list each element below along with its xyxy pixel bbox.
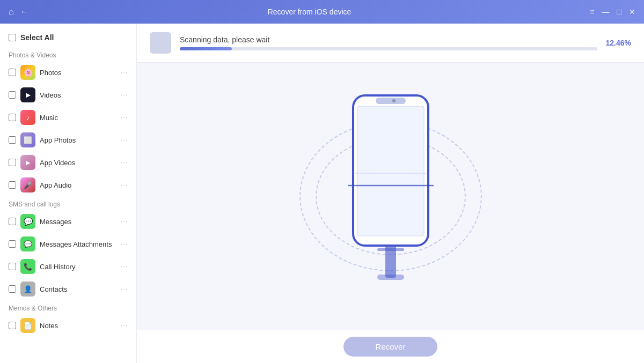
sidebar-item-msg-attach[interactable]: 💬 Messages Attachments ··· [0,233,136,255]
svg-rect-5 [385,246,396,278]
progress-bar-fill [180,47,232,50]
sidebar: Select All Photos & Videos 🌸 Photos ··· … [0,24,137,363]
notes-icon: 📄 [20,318,35,333]
menu-icon[interactable]: ≡ [590,8,594,16]
photos-label: Photos [40,69,116,77]
content-area: Scanning data, please wait 12.46% [137,24,644,363]
phone-illustration [321,89,460,303]
titlebar-controls: ≡ — □ ✕ [590,8,635,16]
checkbox-music[interactable] [9,114,16,121]
music-dots[interactable]: ··· [121,114,128,121]
scan-thumbnail [150,32,171,54]
sidebar-item-app-photos[interactable]: ⬜ App Photos ··· [0,129,136,151]
checkbox-app-videos[interactable] [9,159,16,166]
progress-bar-bg [180,47,597,50]
sidebar-item-music[interactable]: ♪ Music ··· [0,106,136,129]
contacts-dots[interactable]: ··· [121,285,128,293]
checkbox-videos[interactable] [9,91,16,99]
svg-rect-1 [357,106,424,236]
sidebar-item-app-videos[interactable]: ▶ App Videos ··· [0,151,136,174]
close-icon[interactable]: ✕ [629,8,635,16]
home-icon[interactable]: ⌂ [9,7,14,17]
notes-label: Notes [40,322,116,330]
music-label: Music [40,114,116,122]
scan-status: Scanning data, please wait [180,35,597,44]
app-photos-dots[interactable]: ··· [121,136,128,144]
maximize-icon[interactable]: □ [617,8,621,16]
section-memos: Memos & Others [0,300,136,314]
app-videos-label: App Videos [40,159,116,167]
titlebar: ⌂ ← Recover from iOS device ≡ — □ ✕ [0,0,644,24]
sidebar-item-app-audio[interactable]: 🎤 App Audio ··· [0,174,136,196]
call-dots[interactable]: ··· [121,263,128,270]
phone-svg [337,90,444,283]
select-all-label: Select All [20,33,54,42]
svg-rect-6 [377,275,404,280]
scan-percent: 12.46% [606,39,631,47]
app-videos-icon: ▶ [20,155,35,170]
checkbox-notes[interactable] [9,322,16,329]
msg-attach-label: Messages Attachments [40,240,116,248]
recover-bar: Recover [137,330,644,363]
videos-dots[interactable]: ··· [121,91,128,99]
scan-bar: Scanning data, please wait 12.46% [137,24,644,63]
photos-dots[interactable]: ··· [121,69,128,76]
checkbox-photos[interactable] [9,69,16,76]
messages-label: Messages [40,218,116,226]
messages-icon: 💬 [20,214,35,229]
app-videos-dots[interactable]: ··· [121,159,128,166]
checkbox-call[interactable] [9,263,16,270]
select-all-checkbox[interactable] [9,34,16,41]
call-icon: 📞 [20,259,35,274]
section-sms: SMS and call logs [0,196,136,210]
checkbox-messages[interactable] [9,218,16,225]
checkbox-app-audio[interactable] [9,181,16,189]
checkbox-contacts[interactable] [9,285,16,293]
sidebar-item-videos[interactable]: ▶ Videos ··· [0,84,136,106]
call-label: Call History [40,263,116,271]
msg-attach-dots[interactable]: ··· [121,240,128,248]
sidebar-item-photos[interactable]: 🌸 Photos ··· [0,61,136,84]
app-photos-label: App Photos [40,136,116,144]
titlebar-left: ⌂ ← [9,7,29,17]
svg-point-3 [392,99,396,102]
contacts-label: Contacts [40,285,116,293]
select-all-row: Select All [0,30,136,47]
videos-label: Videos [40,91,116,99]
notes-dots[interactable]: ··· [121,322,128,329]
messages-dots[interactable]: ··· [121,218,128,225]
sidebar-item-contacts[interactable]: 👤 Contacts ··· [0,278,136,300]
back-icon[interactable]: ← [20,7,29,17]
app-audio-label: App Audio [40,181,116,189]
app-photos-icon: ⬜ [20,132,35,147]
section-photos-videos: Photos & Videos [0,47,136,61]
sidebar-item-messages[interactable]: 💬 Messages ··· [0,210,136,233]
main-layout: Select All Photos & Videos 🌸 Photos ··· … [0,24,644,363]
music-icon: ♪ [20,110,35,125]
videos-icon: ▶ [20,87,35,102]
photos-icon: 🌸 [20,65,35,80]
app-audio-dots[interactable]: ··· [121,181,128,189]
contacts-icon: 👤 [20,281,35,297]
titlebar-title: Recover from iOS device [29,8,590,16]
sidebar-item-call[interactable]: 📞 Call History ··· [0,255,136,278]
checkbox-app-photos[interactable] [9,136,16,144]
phone-area [137,63,644,330]
sidebar-item-notes[interactable]: 📄 Notes ··· [0,314,136,337]
svg-rect-2 [376,98,406,104]
recover-button[interactable]: Recover [343,337,438,357]
msg-attach-icon: 💬 [20,236,35,251]
checkbox-msg-attach[interactable] [9,240,16,248]
app-audio-icon: 🎤 [20,177,35,192]
scan-info: Scanning data, please wait [180,35,597,50]
minimize-icon[interactable]: — [602,8,610,16]
